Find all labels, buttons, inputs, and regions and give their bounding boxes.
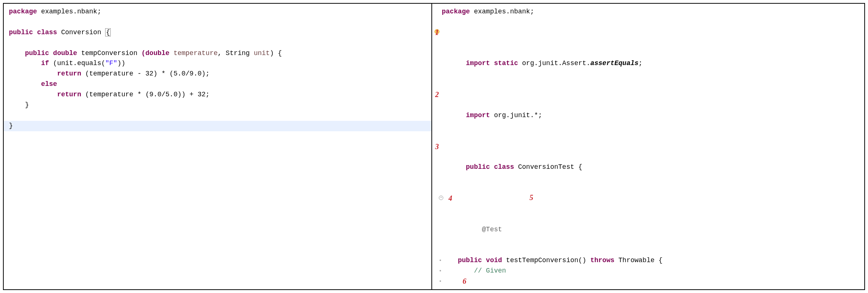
code-line: package examples.nbank; bbox=[442, 7, 859, 17]
code-line: public class Conversion { bbox=[9, 28, 426, 38]
code-line bbox=[9, 110, 426, 121]
code-line: } bbox=[9, 100, 426, 110]
left-code-pane[interactable]: package examples.nbank; public class Con… bbox=[4, 4, 432, 289]
code-line bbox=[9, 17, 426, 28]
warning-icon: ! bbox=[434, 29, 440, 34]
code-line bbox=[442, 183, 859, 193]
right-code-pane[interactable]: package examples.nbank; ! 1 import stati… bbox=[432, 4, 864, 289]
code-line: − 4 @Test 5 bbox=[442, 193, 859, 255]
svg-text:!: ! bbox=[436, 30, 438, 34]
code-line bbox=[442, 79, 859, 90]
annotation-marker-4: 4 bbox=[448, 193, 452, 204]
annotation-marker-3: 3 bbox=[435, 141, 439, 152]
code-line: public void testTempConversion() throws … bbox=[442, 255, 859, 266]
fold-icon[interactable]: − bbox=[439, 196, 443, 200]
annotation-marker-6: 6 bbox=[463, 276, 466, 287]
code-line: 2 import org.junit.*; bbox=[442, 90, 859, 131]
code-line: public double tempConversion (double tem… bbox=[9, 48, 426, 59]
code-line bbox=[9, 38, 426, 48]
code-line: ! 1 import static org.junit.Assert.asser… bbox=[442, 28, 859, 79]
code-line: // Given bbox=[442, 266, 859, 276]
code-line bbox=[442, 131, 859, 142]
code-line: package examples.nbank; bbox=[9, 7, 426, 17]
editor-container: package examples.nbank; public class Con… bbox=[3, 3, 865, 290]
code-line-highlighted: } bbox=[4, 121, 431, 131]
code-line: 3 public class ConversionTest { bbox=[442, 142, 859, 183]
code-line: else bbox=[9, 79, 426, 90]
code-line: return (temperature * (9.0/5.0)) + 32; bbox=[9, 90, 426, 100]
code-line bbox=[442, 17, 859, 28]
annotation-marker-5: 5 bbox=[529, 192, 533, 203]
code-line: return (temperature - 32) * (5.0/9.0); bbox=[9, 69, 426, 79]
annotation-marker-2: 2 bbox=[435, 89, 439, 100]
code-line: 6 Conversion underTest = new Conversion(… bbox=[442, 276, 859, 289]
code-line: if (unit.equals("F")) bbox=[9, 58, 426, 69]
